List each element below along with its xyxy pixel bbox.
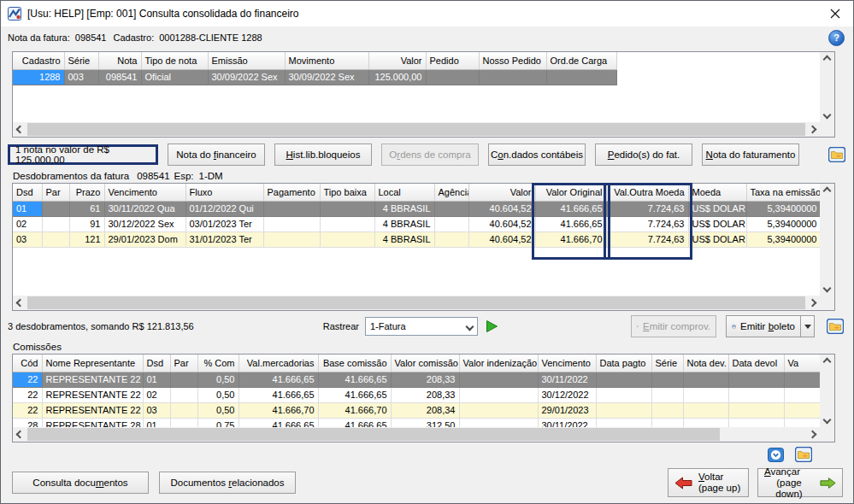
column-header-fluxo[interactable]: Fluxo — [186, 184, 263, 201]
column-header-ag-ncia[interactable]: Agência — [434, 184, 468, 201]
column-header-s-rie[interactable]: Série — [651, 355, 683, 372]
table-cell[interactable]: 41.666,65 — [239, 418, 318, 427]
table-cell[interactable] — [651, 418, 683, 427]
table-cell[interactable]: 121 — [69, 231, 104, 247]
consulta-documentos-button[interactable]: Consulta documentos — [12, 472, 149, 494]
table-row[interactable]: 22REPRESENTANTE 22020,5041.666,6541.666,… — [13, 387, 820, 402]
scroll-down-icon[interactable] — [820, 108, 834, 122]
desdobramentos-horizontal-scrollbar[interactable] — [13, 296, 820, 310]
comissoes-horizontal-scrollbar[interactable] — [13, 427, 820, 442]
pedidos-do-fat-button[interactable]: Pedido(s) do fat. — [595, 144, 692, 166]
table-cell[interactable]: 01 — [143, 418, 170, 427]
table-cell[interactable]: Oficial — [141, 69, 208, 85]
column-header-va[interactable]: Va — [784, 355, 820, 372]
hist-lib-bloqueios-button[interactable]: Hist.lib.bloqueios — [274, 144, 372, 166]
table-cell[interactable] — [683, 387, 728, 402]
column-header-dsd[interactable]: Dsd — [143, 355, 170, 372]
table-cell[interactable] — [728, 372, 784, 387]
table-cell[interactable]: 29/01/2023 Dom — [104, 231, 186, 247]
scroll-left-icon[interactable] — [13, 122, 27, 137]
avancar-button[interactable]: Avançar (page down) — [757, 468, 843, 497]
scroll-right-icon[interactable] — [805, 122, 820, 137]
table-cell[interactable] — [426, 69, 479, 85]
table-cell[interactable]: 4 BBRASIL — [374, 216, 434, 231]
table-cell[interactable] — [320, 216, 374, 231]
table-cell[interactable]: 30/09/2022 Sex — [285, 69, 368, 85]
table-cell[interactable]: 41.666,70 — [318, 402, 391, 418]
table-cell[interactable] — [459, 402, 538, 418]
scroll-right-icon[interactable] — [805, 427, 820, 442]
table-cell[interactable] — [170, 402, 197, 418]
table-cell[interactable]: 31/01/2023 Ter — [186, 231, 263, 247]
table-cell[interactable] — [683, 418, 728, 427]
table-cell[interactable]: 41.666,65 — [318, 372, 391, 387]
help-icon[interactable]: ? — [828, 30, 845, 46]
table-cell[interactable] — [596, 402, 651, 418]
table-cell[interactable]: 7.724,63 — [606, 231, 688, 247]
table-cell[interactable]: 208,34 — [391, 402, 459, 418]
table-cell[interactable]: 4 BBRASIL — [374, 201, 434, 216]
table-cell[interactable]: 61 — [69, 201, 104, 216]
column-header-par[interactable]: Par — [170, 355, 197, 372]
send-message-button[interactable] — [766, 446, 785, 463]
scroll-left-icon[interactable] — [13, 427, 27, 442]
column-header-local[interactable]: Local — [374, 184, 434, 201]
column-header-nosso-pedido[interactable]: Nosso Pedido — [479, 52, 546, 69]
table-cell[interactable]: 28 — [13, 418, 42, 427]
table-cell[interactable]: 41.666,65 — [318, 387, 391, 402]
table-cell[interactable]: 30/12/2022 — [538, 387, 596, 402]
table-cell[interactable]: 22 — [13, 372, 42, 387]
column-header-prazo[interactable]: Prazo — [69, 184, 104, 201]
table-cell[interactable]: 0,50 — [197, 402, 239, 418]
table-cell[interactable]: 40.604,52 — [468, 231, 535, 247]
scroll-up-icon[interactable] — [820, 52, 834, 67]
table-cell[interactable]: 125.000,00 — [368, 69, 426, 85]
table-cell[interactable]: 22 — [13, 402, 42, 418]
table-cell[interactable]: 0,50 — [197, 372, 239, 387]
documentos-relacionados-button[interactable]: Documentos relacionados — [159, 472, 296, 494]
table-row[interactable]: 016130/11/2022 Qua01/12/2022 Qui4 BBRASI… — [13, 201, 820, 216]
table-cell[interactable] — [263, 231, 320, 247]
table-cell[interactable]: REPRESENTANTE 22 — [42, 402, 143, 418]
table-cell[interactable]: 41.666,70 — [535, 231, 606, 247]
table-cell[interactable] — [320, 201, 374, 216]
table-cell[interactable]: 01/12/2022 Qui — [186, 201, 263, 216]
table-cell[interactable] — [42, 231, 69, 247]
table-cell[interactable]: 312,50 — [391, 418, 459, 427]
column-header-pedido[interactable]: Pedido — [426, 52, 479, 69]
table-cell[interactable]: 5,39400000 — [746, 231, 820, 247]
table-row[interactable]: 029130/12/2022 Sex03/01/2023 Ter4 BBRASI… — [13, 216, 820, 231]
column-header-vencimento[interactable]: Vencimento — [538, 355, 596, 372]
rastrear-play-button[interactable] — [483, 318, 502, 335]
table-row[interactable]: 0312129/01/2023 Dom31/01/2023 Ter4 BBRAS… — [13, 231, 820, 247]
table-cell[interactable]: 29/01/2023 — [538, 402, 596, 418]
comissoes-vertical-scrollbar[interactable] — [820, 355, 834, 427]
table-cell[interactable]: 03 — [143, 402, 170, 418]
table-cell[interactable] — [784, 418, 820, 427]
table-cell[interactable]: 22 — [13, 387, 42, 402]
scroll-right-icon[interactable] — [805, 296, 820, 310]
column-header-valor[interactable]: Valor — [368, 52, 426, 69]
table-cell[interactable]: 098541 — [98, 69, 141, 85]
table-cell[interactable] — [263, 216, 320, 231]
emitir-comprov-button[interactable]: Emitir comprov. — [631, 315, 716, 337]
table-cell[interactable]: 40.604,52 — [468, 216, 535, 231]
table-cell[interactable] — [596, 387, 651, 402]
table-row[interactable]: 22REPRESENTANTE 22010,5041.666,6541.666,… — [13, 372, 820, 387]
scrollbar-thumb[interactable] — [27, 123, 805, 136]
column-header-tipo-baixa[interactable]: Tipo baixa — [320, 184, 374, 201]
scroll-up-icon[interactable] — [820, 184, 834, 198]
table-cell[interactable] — [784, 372, 820, 387]
table-cell[interactable] — [459, 387, 538, 402]
column-header-base-comiss-o[interactable]: Base comissão — [318, 355, 391, 372]
table-cell[interactable] — [434, 201, 468, 216]
table-cell[interactable] — [170, 387, 197, 402]
table-cell[interactable]: US$ DOLAR — [688, 231, 746, 247]
table-cell[interactable] — [479, 69, 546, 85]
table-cell[interactable] — [596, 372, 651, 387]
invoice-vertical-scrollbar[interactable] — [820, 52, 834, 122]
column-header-valor[interactable]: Valor — [468, 184, 535, 201]
table-cell[interactable] — [683, 372, 728, 387]
column-header-valor-indeniza-o[interactable]: Valor indenização — [459, 355, 538, 372]
table-cell[interactable] — [170, 418, 197, 427]
